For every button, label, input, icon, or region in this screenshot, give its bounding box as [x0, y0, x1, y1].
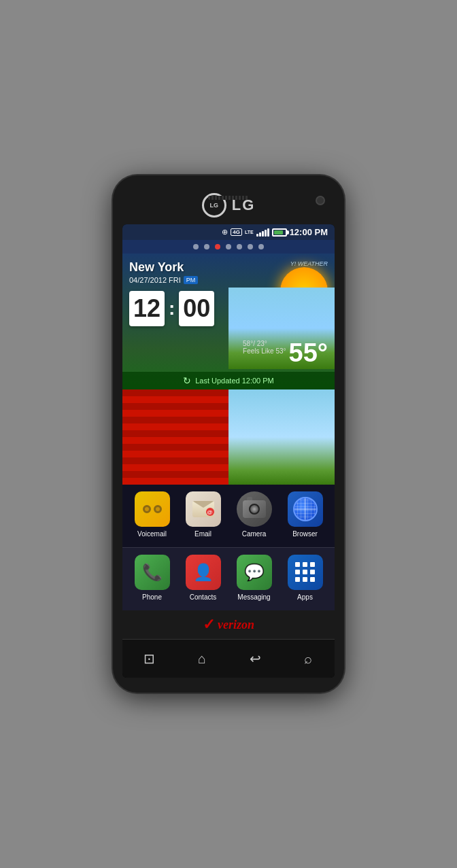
clock-widget: 12 : 00 [129, 291, 328, 326]
phone-dock-item[interactable]: 📞 Phone [135, 555, 170, 601]
globe-icon [293, 497, 318, 521]
navigation-bar: ⊡ ⌂ ↩ ⌕ [122, 639, 335, 678]
battery-icon [272, 228, 287, 237]
apps-dock-item[interactable]: Apps [288, 555, 323, 601]
messaging-icon: 💬 [237, 555, 272, 590]
dot-5 [237, 244, 242, 249]
status-icons: ⊕ 4G LTE 12:00 PM [222, 227, 328, 237]
recent-apps-button[interactable]: ⊡ [137, 646, 161, 671]
last-updated-text: Last Updated 12:00 PM [195, 377, 274, 385]
apps-label: Apps [297, 593, 313, 601]
apps-icon [288, 555, 323, 590]
dock: 📞 Phone 👤 Contacts 💬 Messaging [122, 547, 335, 610]
home-icon: ⌂ [198, 651, 206, 667]
wallpaper [122, 389, 335, 485]
messaging-dock-item[interactable]: 💬 Messaging [237, 555, 272, 601]
speaker-grill [208, 196, 249, 200]
phone-icon: 📞 [135, 555, 170, 590]
back-button[interactable]: ↩ [243, 646, 267, 671]
dot-3-active [215, 244, 220, 249]
dot-4 [226, 244, 231, 249]
location-info: New York 04/27/2012 FRI PM [129, 260, 198, 284]
email-icon: @ [186, 491, 221, 527]
camera-app[interactable]: Camera [237, 491, 272, 538]
lte-superscript: LTE [245, 230, 254, 235]
dot-6 [248, 244, 253, 249]
search-icon: ⌕ [304, 651, 312, 667]
contacts-label: Contacts [190, 593, 216, 601]
browser-icon [288, 491, 323, 527]
app-icons-row: Voicemail @ Email [122, 485, 335, 547]
front-camera [316, 196, 325, 205]
current-temp: 55° [289, 340, 328, 366]
dot-2 [204, 244, 209, 249]
search-button[interactable]: ⌕ [296, 646, 320, 671]
voicemail-icon [135, 491, 170, 527]
lte-icon: 4G [231, 228, 242, 236]
status-bar: ⊕ 4G LTE 12:00 PM [122, 224, 335, 240]
city-name: New York [129, 260, 198, 275]
signal-strength-icon [256, 228, 269, 237]
home-button[interactable]: ⌂ [190, 646, 214, 671]
weather-widget: New York 04/27/2012 FRI PM Y! WEATHER 12… [122, 254, 335, 389]
high-low-temp: 58°/ 23° [243, 340, 286, 347]
phone-label: Phone [142, 593, 162, 601]
clock-separator: : [169, 299, 175, 318]
wallpaper-sky [228, 389, 335, 485]
phone-top-bezel: LG LG [122, 188, 335, 224]
refresh-icon: ↻ [183, 375, 191, 386]
dot-7 [258, 244, 264, 249]
verizon-brand-text: verizon [218, 618, 254, 632]
browser-label: Browser [292, 530, 318, 538]
battery-fill [274, 230, 284, 235]
gps-icon: ⊕ [222, 228, 228, 237]
weather-provider: Y! WEATHER [290, 260, 328, 267]
verizon-logo: ✓ verizon [203, 616, 254, 633]
email-app[interactable]: @ Email [186, 491, 221, 538]
verizon-checkmark-icon: ✓ [203, 616, 215, 633]
recent-apps-icon: ⊡ [143, 650, 155, 667]
apps-grid-icon [295, 562, 316, 583]
voicemail-app[interactable]: Voicemail [135, 491, 170, 538]
contacts-icon: 👤 [186, 555, 221, 590]
clock-minute: 00 [179, 291, 214, 326]
phone-handset-icon: 📞 [142, 563, 163, 582]
clock-hour: 12 [129, 291, 165, 326]
yahoo-weather-label: Y! WEATHER [290, 260, 328, 267]
weather-date: 04/27/2012 FRI PM [129, 276, 198, 284]
temperature-info: 58°/ 23° Feels Like 53° 55° [243, 340, 328, 366]
browser-app[interactable]: Browser [288, 491, 323, 538]
verizon-bar: ✓ verizon [122, 610, 335, 639]
phone-screen: ⊕ 4G LTE 12:00 PM [122, 224, 335, 678]
page-dots [122, 240, 335, 254]
voicemail-label: Voicemail [137, 530, 167, 538]
camera-label: Camera [242, 530, 267, 538]
period-badge: PM [184, 276, 199, 284]
feels-like: Feels Like 53° [243, 347, 286, 355]
contacts-dock-item[interactable]: 👤 Contacts [186, 555, 221, 601]
email-label: Email [194, 530, 211, 538]
messaging-label: Messaging [237, 593, 270, 601]
back-icon: ↩ [250, 650, 261, 667]
last-updated-bar: ↻ Last Updated 12:00 PM [122, 372, 335, 389]
messaging-chat-icon: 💬 [244, 563, 265, 582]
camera-icon [237, 491, 272, 527]
contacts-person-icon: 👤 [193, 563, 214, 582]
status-time: 12:00 PM [290, 227, 328, 237]
dot-1 [193, 244, 199, 249]
phone-device: LG LG ⊕ 4G LTE [113, 175, 344, 693]
